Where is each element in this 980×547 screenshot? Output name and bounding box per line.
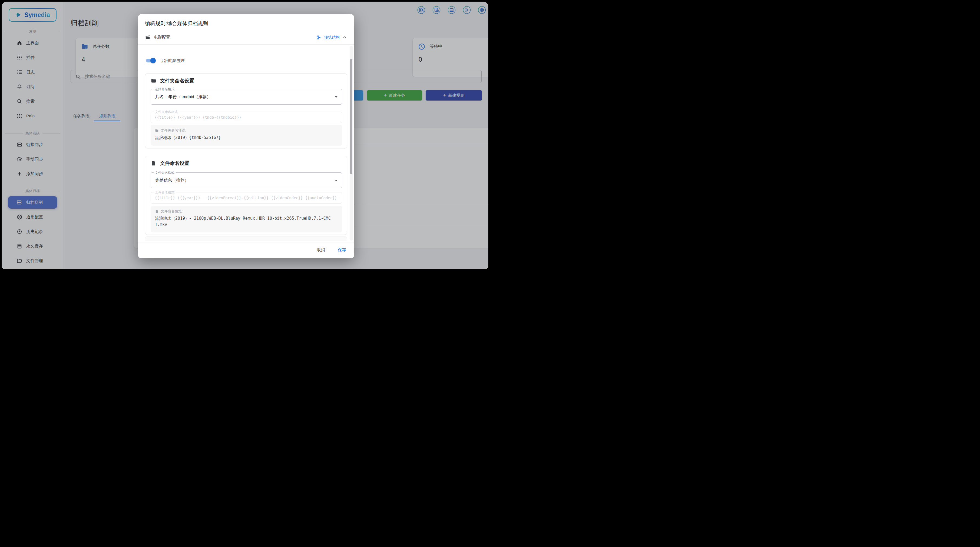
file-format-input[interactable] <box>151 192 342 203</box>
preview-structure-link[interactable]: 预览结构 <box>324 35 340 40</box>
select-value: 片名 + 年份 + tmdbid（推荐） <box>155 94 211 100</box>
file-preview-box: 文件命名预览: 流浪地球（2019）- 2160p.WEB-DL.BluRay … <box>151 206 342 232</box>
file-naming-card: 文件命名设置 文件命名格式 完整信息（推荐） 文件命名格式 文件命名预览: <box>145 156 347 235</box>
tree-structure-icon <box>317 35 321 40</box>
preview-label: 文件命名预览: <box>161 209 183 214</box>
modal-scrollbar-thumb[interactable] <box>350 59 352 174</box>
modal-scroll-area: 启用电影整理 文件夹命名设置 选择命名格式 片名 + 年份 + tmdbid（推… <box>138 44 354 242</box>
folder-naming-card: 文件夹命名设置 选择命名格式 片名 + 年份 + tmdbid（推荐） 文件夹命… <box>145 73 347 148</box>
edit-rule-modal: 编辑规则:综合媒体归档规则 电影配置 预览结构 启用电影整理 <box>138 14 354 258</box>
section-title: 电影配置 <box>154 35 170 40</box>
toggle-label: 启用电影整理 <box>161 58 185 63</box>
file-format-select[interactable]: 文件命名格式 完整信息（推荐） <box>151 173 342 188</box>
cancel-button[interactable]: 取消 <box>317 247 325 253</box>
folder-icon <box>155 128 159 132</box>
dropdown-caret-icon <box>335 96 337 98</box>
modal-footer: 取消 保存 <box>138 242 354 258</box>
next-section-partial <box>145 236 347 241</box>
folder-preview-box: 文件夹命名预览: 流浪地球（2019）{tmdb-535167} <box>151 125 342 146</box>
app-window: Symedia 发现 主界面 插件 日志 订阅 搜索 Pain 媒体链接 <box>2 2 488 269</box>
dropdown-caret-icon <box>335 180 337 181</box>
save-button[interactable]: 保存 <box>338 247 346 253</box>
enable-movie-toggle-row: 启用电影整理 <box>145 57 185 63</box>
preview-label: 文件夹命名预览: <box>161 128 186 133</box>
folder-icon <box>151 78 157 84</box>
clapperboard-icon <box>145 35 150 40</box>
folder-format-input-field: 文件夹命名格式 <box>151 112 342 123</box>
folder-format-input[interactable] <box>151 112 342 123</box>
file-icon <box>151 160 157 166</box>
file-format-input-field: 文件命名格式 <box>151 192 342 203</box>
movie-config-section-header: 电影配置 预览结构 <box>138 30 354 44</box>
select-value: 完整信息（推荐） <box>155 178 189 183</box>
modal-title: 编辑规则:综合媒体归档规则 <box>145 20 208 27</box>
file-preview-value: 流浪地球（2019）- 2160p.WEB-DL.BluRay Remux.HD… <box>155 216 333 228</box>
modal-scrollbar-track[interactable] <box>350 46 353 241</box>
card-title: 文件夹命名设置 <box>160 78 194 84</box>
chevron-up-icon[interactable] <box>342 35 347 40</box>
card-title: 文件命名设置 <box>160 160 189 166</box>
field-label: 文件命名格式 <box>154 171 176 175</box>
field-label: 选择命名格式 <box>154 87 176 92</box>
enable-movie-switch[interactable] <box>145 57 156 63</box>
switch-thumb <box>150 58 156 63</box>
file-icon <box>155 209 159 213</box>
folder-format-select[interactable]: 选择命名格式 片名 + 年份 + tmdbid（推荐） <box>151 89 342 105</box>
screenshot-root: Symedia 发现 主界面 插件 日志 订阅 搜索 Pain 媒体链接 <box>0 0 490 274</box>
folder-preview-value: 流浪地球（2019）{tmdb-535167} <box>155 135 333 141</box>
